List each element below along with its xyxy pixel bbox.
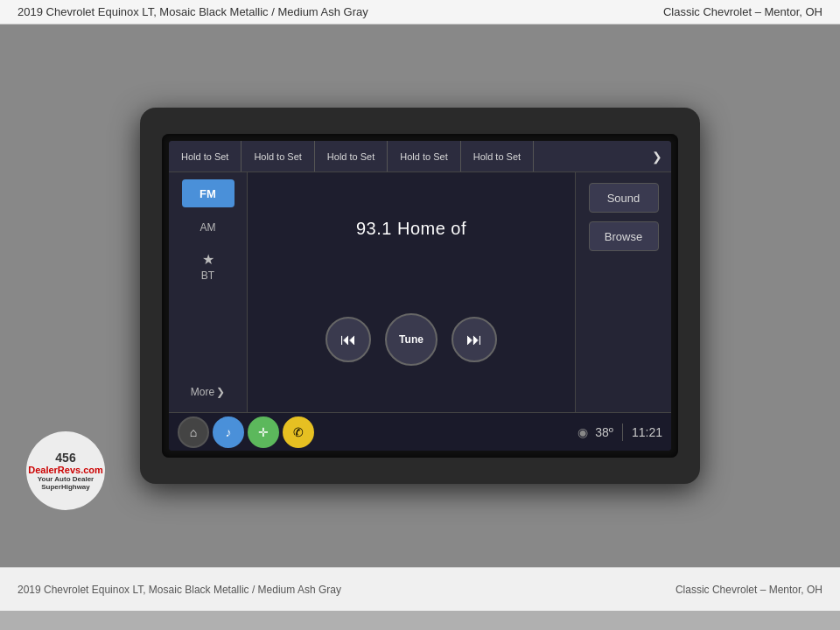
preset-1[interactable]: Hold to Set [169, 141, 242, 172]
watermark-site: DealerRevs.com [28, 465, 103, 475]
chevron-right-icon: ❯ [216, 386, 225, 398]
top-bar-right: Classic Chevrolet – Mentor, OH [663, 5, 822, 18]
next-presets-button[interactable]: ❯ [643, 141, 671, 172]
left-sidebar: FM AM ★ BT More ❯ [169, 172, 248, 412]
preset-5[interactable]: Hold to Set [461, 141, 534, 172]
music-button[interactable]: ♪ [213, 416, 244, 448]
navigation-button[interactable]: ✛ [248, 416, 279, 448]
fm-button[interactable]: FM [182, 179, 234, 207]
location-icon: ◉ [578, 425, 588, 439]
right-sidebar: Sound Browse [575, 172, 671, 412]
more-button[interactable]: More ❯ [177, 379, 239, 405]
playback-controls: ⏮ Tune ⏭ [326, 313, 497, 366]
sound-button[interactable]: Sound [589, 183, 659, 213]
phone-button[interactable]: ✆ [283, 416, 314, 448]
center-area: 93.1 Home of ⏮ Tune ⏭ [248, 172, 575, 412]
station-display: 93.1 Home of [356, 219, 466, 239]
temperature-display: 38º [595, 425, 613, 439]
bottom-bar-left: 2019 Chevrolet Equinox LT, Mosaic Black … [18, 584, 341, 596]
browse-button[interactable]: Browse [589, 221, 659, 251]
bluetooth-icon: ★ [202, 251, 214, 268]
am-button[interactable]: AM [169, 214, 247, 241]
bottom-bar: 2019 Chevrolet Equinox LT, Mosaic Black … [0, 567, 840, 611]
bottom-nav-icons: ⌂ ♪ ✛ ✆ [178, 416, 314, 448]
rewind-button[interactable]: ⏮ [326, 317, 371, 362]
preset-2[interactable]: Hold to Set [242, 141, 314, 172]
top-bar: 2019 Chevrolet Equinox LT, Mosaic Black … [0, 0, 840, 24]
status-area: ◉ 38º 11:21 [578, 424, 662, 441]
tune-button[interactable]: Tune [385, 313, 438, 366]
time-display: 11:21 [632, 425, 662, 439]
infotainment-screen: Hold to Set Hold to Set Hold to Set Hold… [169, 141, 671, 451]
home-button[interactable]: ⌂ [178, 416, 209, 448]
watermark-numbers: 456 [55, 451, 75, 465]
divider [622, 424, 623, 441]
bottom-bar-right: Classic Chevrolet – Mentor, OH [676, 584, 822, 596]
watermark-tagline: Your Auto Dealer SuperHighway [30, 475, 102, 491]
preset-4[interactable]: Hold to Set [388, 141, 460, 172]
bt-button[interactable]: ★ BT [169, 244, 247, 289]
forward-button[interactable]: ⏭ [452, 317, 497, 362]
preset-row: Hold to Set Hold to Set Hold to Set Hold… [169, 141, 671, 172]
dashboard-surround: Hold to Set Hold to Set Hold to Set Hold… [140, 108, 700, 484]
main-area: Hold to Set Hold to Set Hold to Set Hold… [0, 24, 840, 567]
screen-bezel: Hold to Set Hold to Set Hold to Set Hold… [162, 134, 678, 458]
watermark: 456 DealerRevs.com Your Auto Dealer Supe… [26, 431, 105, 510]
preset-3[interactable]: Hold to Set [315, 141, 388, 172]
top-bar-left: 2019 Chevrolet Equinox LT, Mosaic Black … [18, 5, 368, 18]
content-area: FM AM ★ BT More ❯ [169, 172, 671, 412]
screen-bottom-bar: ⌂ ♪ ✛ ✆ ◉ 38º 11:21 [169, 412, 671, 451]
